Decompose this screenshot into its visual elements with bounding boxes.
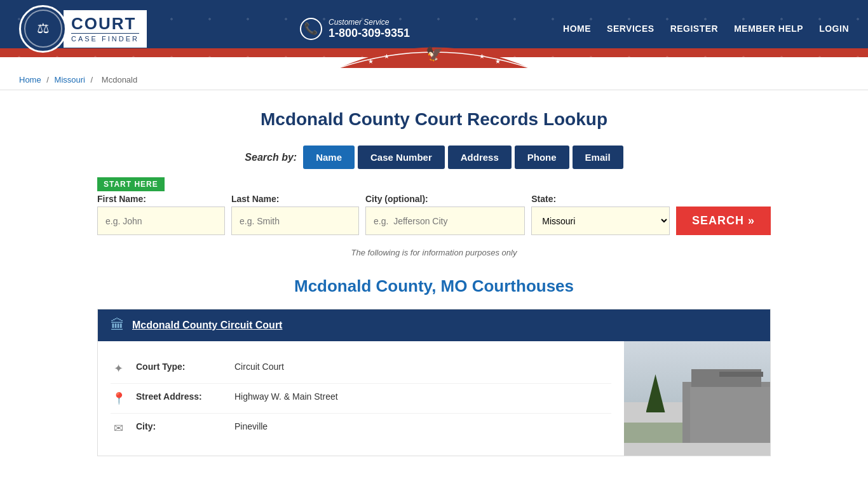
start-here-area: START HERE bbox=[97, 179, 771, 189]
court-type-icon: ✦ bbox=[111, 362, 126, 376]
courthouse-card: 🏛 Mcdonald County Circuit Court ✦ Court … bbox=[97, 309, 771, 456]
breadcrumb: Home / Missouri / Mcdonald bbox=[0, 70, 868, 90]
courthouse-image bbox=[624, 341, 770, 456]
city-label: City (optional): bbox=[365, 194, 525, 204]
search-by-label: Search by: bbox=[245, 152, 297, 163]
svg-text:★: ★ bbox=[495, 58, 501, 65]
info-note: The following is for information purpose… bbox=[97, 248, 771, 257]
city-value: Pineville bbox=[234, 421, 268, 431]
img-roof bbox=[719, 372, 763, 377]
logo-icon: ⚖ bbox=[24, 10, 62, 48]
breadcrumb-sep2: / bbox=[91, 75, 93, 85]
site-header: ⚖ COURT CASE FINDER 📞 Customer Service 1… bbox=[0, 0, 868, 57]
last-name-label: Last Name: bbox=[231, 194, 359, 204]
state-select[interactable]: Missouri AlabamaAlaskaArizona ArkansasCa… bbox=[531, 207, 670, 235]
form-row: First Name: Last Name: City (optional): … bbox=[97, 194, 771, 235]
last-name-input[interactable] bbox=[231, 207, 359, 235]
address-icon: 📍 bbox=[111, 391, 126, 405]
logo-case-finder-text: CASE FINDER bbox=[71, 33, 139, 43]
page-title: Mcdonald County Court Records Lookup bbox=[97, 109, 771, 130]
search-section: Search by: Name Case Number Address Phon… bbox=[97, 146, 771, 235]
header-wave: ★ ★ ★ ★ 🦅 bbox=[339, 33, 529, 70]
svg-text:🦅: 🦅 bbox=[426, 45, 444, 62]
breadcrumb-home[interactable]: Home bbox=[19, 75, 41, 85]
nav-register[interactable]: REGISTER bbox=[670, 24, 719, 34]
img-building-2 bbox=[690, 387, 771, 443]
court-type-value: Circuit Court bbox=[234, 362, 284, 372]
svg-text:★: ★ bbox=[368, 58, 374, 65]
nav-services[interactable]: SERVICES bbox=[607, 24, 654, 34]
main-nav: HOME SERVICES REGISTER MEMBER HELP LOGIN bbox=[563, 24, 849, 34]
nav-member-help[interactable]: MEMBER HELP bbox=[734, 24, 803, 34]
city-row: ✉ City: Pineville bbox=[111, 414, 611, 443]
svg-text:★: ★ bbox=[384, 53, 390, 60]
address-row: 📍 Street Address: Highway W. & Main Stre… bbox=[111, 384, 611, 414]
wave-svg: ★ ★ ★ ★ 🦅 bbox=[339, 33, 529, 68]
courthouse-name-link[interactable]: Mcdonald County Circuit Court bbox=[132, 320, 282, 331]
logo-circle: ⚖ bbox=[19, 5, 67, 53]
logo-court-text: COURT bbox=[71, 15, 139, 32]
courthouses-title: Mcdonald County, MO Courthouses bbox=[97, 276, 771, 296]
phone-icon: 📞 bbox=[300, 18, 322, 40]
city-group: City (optional): bbox=[365, 194, 525, 235]
breadcrumb-state[interactable]: Missouri bbox=[55, 75, 85, 85]
nav-home[interactable]: HOME bbox=[563, 24, 591, 34]
main-content: Mcdonald County Court Records Lookup Sea… bbox=[85, 90, 783, 488]
img-simulation bbox=[624, 341, 770, 443]
court-type-row: ✦ Court Type: Circuit Court bbox=[111, 354, 611, 384]
state-label: State: bbox=[531, 194, 670, 204]
first-name-group: First Name: bbox=[97, 194, 225, 235]
first-name-label: First Name: bbox=[97, 194, 225, 204]
courthouse-header: 🏛 Mcdonald County Circuit Court bbox=[98, 309, 770, 341]
tab-name[interactable]: Name bbox=[303, 146, 355, 169]
tab-email[interactable]: Email bbox=[573, 146, 623, 169]
tab-case-number[interactable]: Case Number bbox=[358, 146, 445, 169]
first-name-input[interactable] bbox=[97, 207, 225, 235]
cs-label: Customer Service bbox=[329, 18, 410, 27]
logo-text: COURT CASE FINDER bbox=[64, 10, 147, 48]
breadcrumb-county: Mcdonald bbox=[102, 75, 137, 85]
start-here-badge: START HERE bbox=[97, 177, 165, 191]
courthouse-details: ✦ Court Type: Circuit Court 📍 Street Add… bbox=[98, 341, 624, 456]
tab-address[interactable]: Address bbox=[448, 146, 512, 169]
last-name-group: Last Name: bbox=[231, 194, 359, 235]
courthouse-icon: 🏛 bbox=[111, 317, 125, 334]
state-group: State: Missouri AlabamaAlaskaArizona Ark… bbox=[531, 194, 670, 235]
city-input[interactable] bbox=[365, 207, 525, 235]
nav-login[interactable]: LOGIN bbox=[819, 24, 849, 34]
breadcrumb-sep1: / bbox=[46, 75, 49, 85]
svg-text:★: ★ bbox=[479, 53, 485, 60]
search-by-row: Search by: Name Case Number Address Phon… bbox=[97, 146, 771, 169]
tab-phone[interactable]: Phone bbox=[515, 146, 569, 169]
address-label: Street Address: bbox=[136, 391, 225, 402]
city-icon: ✉ bbox=[111, 421, 126, 435]
court-type-label: Court Type: bbox=[136, 362, 225, 372]
courthouse-body: ✦ Court Type: Circuit Court 📍 Street Add… bbox=[98, 341, 770, 456]
logo-area: ⚖ COURT CASE FINDER bbox=[19, 5, 147, 53]
search-button[interactable]: SEARCH » bbox=[676, 207, 771, 235]
city-label: City: bbox=[136, 421, 225, 431]
address-value: Highway W. & Main Street bbox=[234, 391, 338, 402]
